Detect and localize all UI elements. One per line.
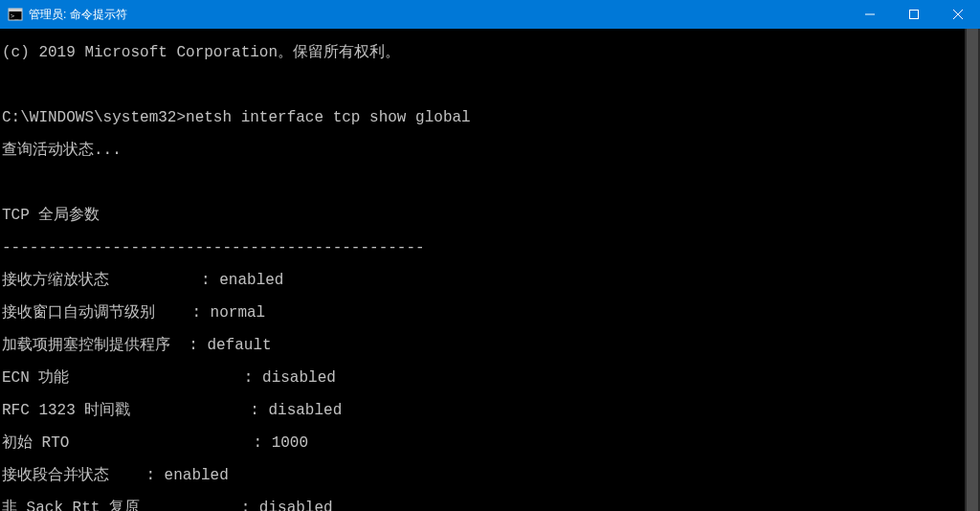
param-label: 非 Sack Rtt 复原 : <box>2 500 259 511</box>
close-button[interactable] <box>936 0 980 29</box>
window-controls <box>848 0 980 29</box>
copyright-text: (c) 2019 Microsoft Corporation。保留所有权利。 <box>2 44 400 61</box>
param-label: RFC 1323 时间戳 : <box>2 402 268 419</box>
maximize-button[interactable] <box>892 0 936 29</box>
app-icon: >_ <box>8 7 23 22</box>
param-value: enabled <box>219 272 283 289</box>
param-value: disabled <box>262 369 336 387</box>
param-label: ECN 功能 : <box>2 369 262 387</box>
prompt-path: C:\WINDOWS\system32> <box>2 109 186 126</box>
param-label: 接收窗口自动调节级别 : <box>2 304 211 322</box>
param-value: 1000 <box>272 434 308 452</box>
param-value: default <box>207 337 271 354</box>
section-header: TCP 全局参数 <box>2 207 100 224</box>
param-label: 加载项拥塞控制提供程序 : <box>2 337 207 354</box>
param-label: 接收方缩放状态 : <box>2 272 219 289</box>
command-prompt-window: >_ 管理员: 命令提示符 (c) 2019 Microsoft Corpora… <box>0 0 980 511</box>
param-value: enabled <box>165 467 229 484</box>
command-text: netsh interface tcp show global <box>186 109 471 126</box>
svg-rect-4 <box>910 11 919 19</box>
scrollbar-track[interactable] <box>965 29 980 511</box>
titlebar[interactable]: >_ 管理员: 命令提示符 <box>0 0 980 29</box>
terminal-output[interactable]: (c) 2019 Microsoft Corporation。保留所有权利。 C… <box>0 29 980 511</box>
param-label: 接收段合并状态 : <box>2 467 165 484</box>
param-label: 初始 RTO : <box>2 434 272 452</box>
divider-line: ----------------------------------------… <box>2 239 425 256</box>
param-value: disabled <box>259 500 333 511</box>
minimize-button[interactable] <box>848 0 892 29</box>
param-value: normal <box>211 304 266 322</box>
window-title: 管理员: 命令提示符 <box>29 7 127 23</box>
scrollbar-thumb[interactable] <box>967 29 978 511</box>
status-text: 查询活动状态... <box>2 142 122 159</box>
param-value: disabled <box>268 402 342 419</box>
svg-rect-1 <box>9 9 22 11</box>
svg-text:>_: >_ <box>11 12 19 20</box>
